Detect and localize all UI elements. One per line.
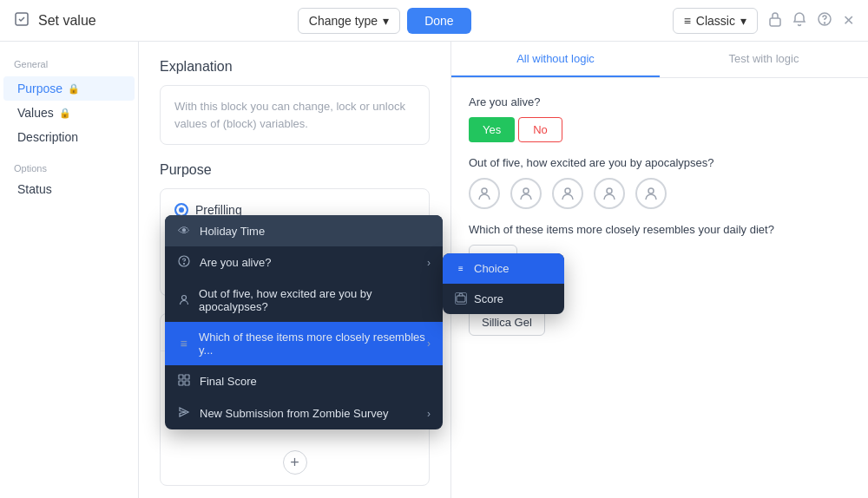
app-header: Set value Change type ▾ Done ≡ Classic ▾ — [0, 0, 868, 42]
values-add-area: + — [161, 440, 429, 485]
svg-point-11 — [181, 295, 186, 299]
dropdown-item-final-score[interactable]: Final Score — [165, 365, 443, 397]
person-icon — [177, 293, 190, 308]
explanation-title: Explanation — [160, 59, 430, 75]
question-2: Out of five, how excited are you by apoc… — [469, 156, 851, 169]
svg-rect-16 — [185, 381, 189, 385]
svg-point-3 — [824, 23, 825, 23]
header-right: ≡ Classic ▾ ✕ — [673, 8, 854, 34]
preview-panel: All without logic Test with logic Are yo… — [451, 42, 868, 498]
submenu: ≡ Choice Score — [443, 253, 564, 314]
dropdown-item-alive[interactable]: Are you alive? › — [165, 246, 443, 278]
chevron-right-icon: › — [427, 337, 431, 350]
question-3: Which of these items more closely resemb… — [469, 223, 851, 236]
description-label: Description — [17, 130, 78, 144]
general-section-label: General — [0, 56, 138, 76]
classic-button[interactable]: ≡ Classic ▾ — [673, 8, 758, 34]
bell-icon[interactable] — [792, 11, 806, 30]
chevron-right-icon: › — [427, 408, 431, 420]
options-section-label: Options — [0, 156, 138, 177]
purpose-label: Purpose — [17, 82, 62, 95]
yes-button[interactable]: Yes — [469, 117, 515, 142]
status-label: Status — [17, 182, 52, 196]
submenu-score-icon — [455, 292, 467, 305]
edit-icon — [14, 11, 30, 30]
lock-icon: 🔒 — [68, 83, 80, 95]
change-type-button[interactable]: Change type ▾ — [298, 8, 400, 34]
tab-all-without-logic[interactable]: All without logic — [451, 42, 660, 77]
svg-point-7 — [607, 188, 612, 193]
list-icon: ≡ — [177, 337, 190, 351]
preview-tabs: All without logic Test with logic — [451, 42, 868, 78]
grid-icon — [177, 374, 191, 389]
explanation-text: With this block you can change, lock or … — [174, 100, 405, 130]
chevron-right-icon: › — [427, 257, 431, 269]
send-icon — [177, 406, 191, 421]
dropdown-item-submission[interactable]: New Submission from Zombie Survey › — [165, 397, 443, 429]
chevron-down-icon: ▾ — [740, 14, 746, 28]
svg-rect-1 — [770, 18, 780, 26]
svg-rect-14 — [185, 375, 189, 379]
add-value-button[interactable]: + — [283, 450, 307, 475]
eye-icon: 👁 — [177, 224, 191, 238]
avatar-row — [469, 178, 851, 209]
close-icon[interactable]: ✕ — [843, 12, 854, 29]
no-button[interactable]: No — [518, 117, 562, 142]
header-center: Change type ▾ Done — [298, 8, 471, 34]
dropdown-item-resembles[interactable]: ≡ Which of these items more closely rese… — [165, 322, 443, 365]
submenu-choice[interactable]: ≡ Choice — [443, 253, 564, 284]
svg-rect-12 — [457, 296, 465, 302]
sidebar-item-status[interactable]: Status — [3, 177, 135, 201]
list-icon: ≡ — [684, 14, 691, 28]
avatar-1[interactable] — [469, 178, 500, 209]
svg-rect-13 — [179, 375, 183, 379]
done-button[interactable]: Done — [407, 8, 470, 34]
svg-point-8 — [648, 188, 654, 193]
avatar-2[interactable] — [510, 178, 542, 209]
svg-rect-15 — [179, 381, 183, 385]
submenu-score[interactable]: Score — [443, 284, 564, 314]
dropdown-menu: 👁 Holiday Time Are you alive? › — [165, 215, 443, 429]
svg-point-10 — [184, 264, 185, 265]
yes-no-row: Yes No — [469, 117, 851, 142]
chevron-down-icon: ▾ — [383, 14, 389, 28]
dropdown-item-holiday[interactable]: 👁 Holiday Time — [165, 215, 443, 246]
purpose-title: Purpose — [160, 162, 430, 178]
main-layout: General Purpose 🔒 Values 🔒 Description O… — [0, 42, 868, 498]
tab-test-with-logic[interactable]: Test with logic — [660, 42, 868, 77]
sidebar: General Purpose 🔒 Values 🔒 Description O… — [0, 42, 139, 498]
question-1: Are you alive? — [469, 95, 851, 108]
svg-point-6 — [565, 188, 570, 193]
explanation-box: With this block you can change, lock or … — [160, 85, 430, 145]
lock-icon: 🔒 — [59, 108, 71, 119]
header-left: Set value — [14, 11, 96, 30]
submenu-choice-icon: ≡ — [455, 262, 467, 274]
avatar-3[interactable] — [552, 178, 583, 209]
sidebar-item-description[interactable]: Description — [3, 125, 135, 149]
avatar-5[interactable] — [635, 178, 667, 209]
svg-point-4 — [482, 188, 487, 193]
sidebar-item-purpose[interactable]: Purpose 🔒 — [3, 76, 135, 101]
question-circle-icon — [177, 255, 191, 270]
svg-point-5 — [523, 188, 529, 193]
values-label: Values — [17, 106, 54, 120]
page-title: Set value — [38, 13, 96, 29]
help-icon[interactable] — [817, 11, 832, 30]
avatar-4[interactable] — [594, 178, 625, 209]
dropdown-item-excited[interactable]: Out of five, how excited are you by apoc… — [165, 278, 443, 322]
lock-header-icon[interactable] — [768, 11, 782, 30]
sidebar-item-values[interactable]: Values 🔒 — [3, 101, 135, 125]
